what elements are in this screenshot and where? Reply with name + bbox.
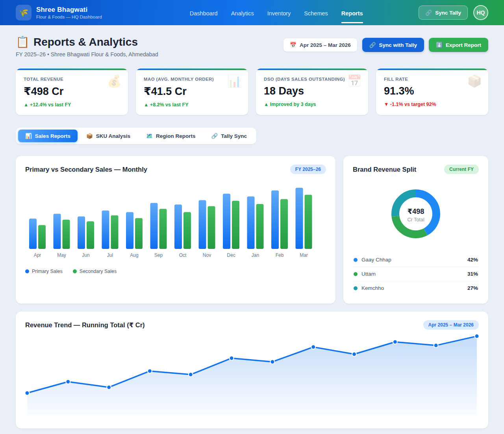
nav-item-analytics[interactable]: Analytics [231,2,254,23]
donut-legend-row: Gaay Chhap42% [353,253,479,267]
sales-reports-icon: 📊 [25,133,32,139]
brand-subtitle: Flour & Foods — HQ Dashboard [36,15,102,19]
revenue-trend-card: Revenue Trend — Running Total (₹ Cr) Apr… [16,312,488,428]
svg-text:Sep: Sep [154,252,163,258]
line-chart-badge: Apr 2025 – Mar 2026 [423,320,479,330]
calendar-icon: 📅 [290,42,296,48]
line-chart-title: Revenue Trend — Running Total (₹ Cr) [25,321,145,329]
kpi-label: TOTAL REVENUE [24,77,120,82]
kpi-value: 91.3% [384,85,480,97]
link-icon: 🔗 [425,9,432,16]
svg-text:Mar: Mar [300,252,308,258]
brand-percent: 27% [467,285,478,291]
sync-tally-header-label: Sync Tally [435,10,461,16]
region-reports-icon: 🗺️ [146,133,153,139]
tab-label: SKU Analysis [96,133,130,139]
wheat-logo-icon[interactable]: 🌾 [16,5,32,20]
top-navbar: 🌾 Shree Bhagwati Flour & Foods — HQ Dash… [0,0,504,25]
tally-sync-icon: 🔗 [211,133,218,139]
kpi-card: 📅DSO (DAYS SALES OUTSTANDING)18 Days▲ Im… [256,69,368,115]
tab-sales-reports[interactable]: 📊Sales Reports [18,130,78,142]
kpi-cards: 💰TOTAL REVENUE₹498 Cr▲ +12.4% vs last FY… [16,69,488,115]
main-nav: DashboardAnalyticsInventorySchemesReport… [140,2,412,23]
sku-analysis-icon: 📦 [86,133,93,139]
download-icon: ⬇️ [436,42,443,48]
legend-item: Secondary Sales [73,269,117,274]
tab-label: Region Reports [156,133,196,139]
nav-item-reports[interactable]: Reports [341,2,363,23]
kpi-label: FILL RATE [384,77,480,82]
kpi-card: 📊MAO (AVG. MONTHLY ORDER)₹41.5 Cr▲ +8.2%… [136,69,248,115]
tab-region-reports[interactable]: 🗺️Region Reports [139,130,202,142]
legend-dot [25,269,29,273]
page-subtitle: FY 2025–26 • Shree Bhagwati Flour & Food… [16,51,158,57]
kpi-card: 📦FILL RATE91.3%▼ -1.1% vs target 92% [376,69,488,115]
sync-tally-header-button[interactable]: 🔗 Sync Tally [419,6,468,20]
nav-item-inventory[interactable]: Inventory [267,2,291,23]
legend-label: Primary Sales [32,269,63,274]
donut-legend: Gaay Chhap42%Uttam31%Kemchho27% [353,253,479,295]
sync-with-tally-button[interactable]: 🔗 Sync with Tally [362,38,424,52]
brand-percent: 31% [467,271,478,277]
kpi-value: 18 Days [264,85,360,97]
legend-dot [73,269,77,273]
svg-text:Jan: Jan [252,252,259,258]
svg-text:Dec: Dec [227,252,235,258]
svg-text:Feb: Feb [276,252,284,258]
page-actions: 📅 Apr 2025 – Mar 2026 🔗 Sync with Tally … [283,38,488,52]
svg-text:Jul: Jul [107,252,113,258]
svg-text:May: May [57,252,66,258]
date-range-label: Apr 2025 – Mar 2026 [300,42,351,48]
kpi-delta: ▲ +8.2% vs last FY [144,102,240,108]
kpi-delta: ▲ +12.4% vs last FY [24,102,120,108]
svg-text:Jun: Jun [82,252,89,258]
nav-item-schemes[interactable]: Schemes [304,2,328,23]
brand-label: Gaay Chhap [361,257,391,263]
kpi-label: DSO (DAYS SALES OUTSTANDING) [264,77,360,82]
brand-revenue-split-card: Brand Revenue Split Current FY ₹498 Cr T… [343,156,488,304]
tab-label: Tally Sync [221,133,247,139]
brand-label: Kemchho [361,285,384,291]
wheat-icon: 🌾 [19,8,29,17]
hq-avatar[interactable]: HQ [473,5,488,20]
link-icon: 🔗 [369,42,376,48]
legend-dot [354,272,358,276]
tab-label: Sales Reports [35,133,70,139]
date-range-chip[interactable]: 📅 Apr 2025 – Mar 2026 [283,38,358,52]
legend-label: Secondary Sales [80,269,117,274]
export-report-button[interactable]: ⬇️ Export Report [429,38,488,52]
kpi-value: ₹41.5 Cr [144,85,240,98]
tab-sku-analysis[interactable]: 📦SKU Analysis [79,130,137,142]
page-header: 📋 Reports & Analytics FY 2025–26 • Shree… [16,35,488,57]
brand-percent: 42% [467,257,478,263]
svg-text:Aug: Aug [130,252,138,258]
donut-chart-title: Brand Revenue Split [353,166,416,173]
bar-chart-legend: Primary SalesSecondary Sales [25,269,326,274]
donut-legend-row: Uttam31% [353,267,479,281]
tab-tally-sync[interactable]: 🔗Tally Sync [204,130,254,142]
kpi-delta: ▲ Improved by 3 days [264,102,360,107]
kpi-card: 💰TOTAL REVENUE₹498 Cr▲ +12.4% vs last FY [16,69,128,115]
nav-item-dashboard[interactable]: Dashboard [190,2,218,23]
bar-chart-title: Primary vs Secondary Sales — Monthly [25,166,147,173]
clipboard-icon: 📋 [16,35,30,48]
primary-secondary-sales-card: Primary vs Secondary Sales — Monthly FY … [16,156,335,304]
svg-text:Nov: Nov [203,252,211,258]
header-actions: 🔗 Sync Tally HQ [419,5,488,20]
legend-dot [354,258,358,262]
donut-chart [386,184,445,243]
report-tabs: 📊Sales Reports📦SKU Analysis🗺️Region Repo… [16,128,256,144]
brand-name: Shree Bhagwati [36,6,102,14]
donut-legend-row: Kemchho27% [353,281,479,295]
svg-text:Apr: Apr [34,252,41,258]
brand: 🌾 Shree Bhagwati Flour & Foods — HQ Dash… [16,5,134,20]
kpi-label: MAO (AVG. MONTHLY ORDER) [144,77,240,82]
bar-chart: AprMayJunJulAugSepOctNovDecJanFebMar [25,174,316,265]
kpi-delta: ▼ -1.1% vs target 92% [384,102,480,107]
brand-label: Uttam [361,271,376,277]
legend-item: Primary Sales [25,269,63,274]
page-title: 📋 Reports & Analytics [16,35,158,48]
kpi-value: ₹498 Cr [24,85,120,98]
line-chart [25,330,479,418]
svg-text:Oct: Oct [179,252,187,258]
